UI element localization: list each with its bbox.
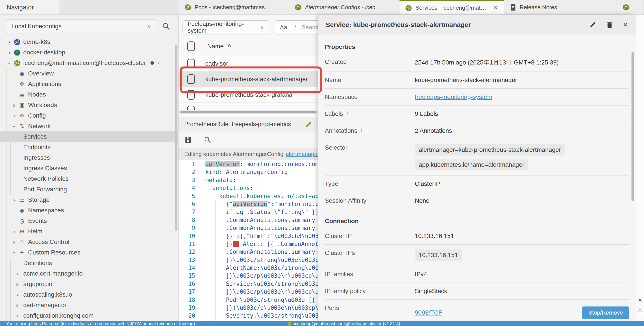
- table-row-kube-prometheus-stack-alertmanager[interactable]: kube-prometheus-stack-alertmanager: [178, 72, 318, 87]
- drawer-row-label: Ports: [325, 304, 415, 321]
- tab-overflow-partial[interactable]: [617, 0, 644, 14]
- row-checkbox[interactable]: [187, 59, 195, 68]
- sidebar-item-services[interactable]: Services: [0, 132, 178, 142]
- namespace-link[interactable]: freeleaps-monitoring-system: [415, 94, 492, 100]
- sidebar-item-helm[interactable]: ›☸Helm: [0, 226, 178, 237]
- sidebar-item-network[interactable]: ›⇅Network: [0, 121, 178, 132]
- delete-trash-icon[interactable]: [606, 21, 613, 28]
- chevron-down-icon[interactable]: ›: [10, 123, 18, 130]
- sidebar-item-autoscaling-k8s-io[interactable]: ›autoscaling.k8s.io: [0, 289, 178, 300]
- sidebar-item-nodes[interactable]: ▤Nodes: [0, 89, 178, 100]
- sidebar-item-configuration-konghq-com[interactable]: ›configuration.konghq.com: [0, 310, 178, 321]
- sidebar-item-events[interactable]: ◷Events: [0, 216, 178, 226]
- sidebar-item-label: Workloads: [28, 102, 57, 108]
- search-input[interactable]: Aa .* Search: [274, 20, 318, 34]
- close-icon[interactable]: ✕: [623, 21, 628, 29]
- navigator-pane-header: Navigator: [0, 0, 59, 14]
- drawer-row-value: freeleaps-monitoring-system: [415, 94, 492, 100]
- active-cluster-status[interactable]: icecheng@mathmast.com@freeleaps-cluster …: [287, 321, 400, 326]
- sidebar-item-argoproj-io[interactable]: ›argoproj.io: [0, 279, 178, 289]
- editor-search-icon[interactable]: [204, 136, 211, 144]
- sidebar-item-custom-resources[interactable]: ›✦Custom Resources: [0, 247, 178, 258]
- editor-banner-link[interactable]: alertmanager: [286, 151, 318, 158]
- edit-pencil-icon[interactable]: [305, 121, 312, 128]
- sidebar-item-applications[interactable]: ❖Applications: [0, 79, 178, 89]
- chevron-right-icon[interactable]: ›: [10, 196, 18, 203]
- tab-Services - icecheng@math...[interactable]: Services - icecheng@math...✕: [400, 0, 504, 14]
- chevron-right-icon[interactable]: ›: [14, 302, 20, 309]
- select-all-checkbox[interactable]: [187, 42, 195, 51]
- sidebar-item-access-control[interactable]: ›♤Access Control: [0, 237, 178, 247]
- sidebar-item-ingress-classes[interactable]: Ingress Classes: [0, 163, 178, 174]
- sort-ascending-icon[interactable]: ^: [228, 43, 231, 50]
- sidebar-item-docker-desktop[interactable]: › docker-desktop: [0, 47, 178, 58]
- sort-toggle-icon[interactable]: ↕: [346, 110, 349, 116]
- sidebar-item-config[interactable]: ›⚙Config: [0, 110, 178, 121]
- save-icon[interactable]: [184, 136, 192, 144]
- port-line: 9093/TCPStop/Remove: [415, 304, 629, 321]
- tab-Pods - icecheng@mathmas...[interactable]: Pods - icecheng@mathmas...: [178, 0, 289, 14]
- chevron-right-icon[interactable]: ›: [10, 239, 18, 246]
- row-checkbox[interactable]: [187, 74, 195, 84]
- regex-toggle[interactable]: .*: [292, 24, 296, 31]
- horizontal-scrollbar-thumb[interactable]: [180, 111, 316, 114]
- chevron-right-icon[interactable]: ›: [10, 228, 18, 235]
- chevron-right-icon[interactable]: ›: [6, 38, 13, 46]
- sidebar-item-storage[interactable]: ›☷Storage: [0, 194, 178, 205]
- tab-Release Notes[interactable]: Release Notes: [504, 0, 617, 14]
- code-line: 20 Severity:\u003c/strong\u003e: [178, 312, 318, 320]
- active-cluster-label: icecheng@mathmast.com@freeleaps-cluster …: [294, 321, 400, 326]
- port-link[interactable]: 9093/TCP: [415, 309, 442, 316]
- sidebar-scrollbar[interactable]: [175, 44, 178, 231]
- chevron-right-icon[interactable]: ›: [14, 312, 20, 319]
- lens-app-window: Navigator Pods - icecheng@mathmas... Ale…: [0, 0, 644, 326]
- drawer-row-value: kube-prometheus-stack-alertmanager: [415, 76, 517, 84]
- yaml-editor[interactable]: 1apiVersion: monitoring.coreos.com/v12ki…: [178, 160, 318, 321]
- sidebar-item-ingresses[interactable]: Ingresses: [0, 152, 178, 163]
- row-checkbox[interactable]: [187, 90, 195, 100]
- sidebar-item-port-forwarding[interactable]: Port Forwarding: [0, 184, 178, 194]
- horizontal-scrollbar[interactable]: [178, 110, 318, 114]
- table-row-cadvisor[interactable]: cadvisor: [178, 56, 318, 72]
- workloads-icon: ▣: [18, 102, 26, 108]
- search-icon[interactable]: [162, 22, 170, 30]
- chevron-right-icon[interactable]: ›: [6, 49, 13, 56]
- resource-dock-tab[interactable]: PrometheusRule: freepeals-prod-metrics: [178, 117, 318, 132]
- sidebar-item-overview[interactable]: ▦Overview: [0, 68, 178, 79]
- row-checkbox[interactable]: [187, 106, 195, 110]
- kubernetes-icon: [623, 4, 629, 10]
- chevron-right-icon[interactable]: ›: [10, 112, 18, 119]
- chevron-down-icon[interactable]: ›: [10, 249, 18, 256]
- chevron-right-icon[interactable]: ›: [14, 281, 20, 288]
- chevron-right-icon[interactable]: ›: [10, 102, 18, 108]
- sidebar-item-endpoints[interactable]: Endpoints: [0, 142, 178, 152]
- sidebar-item-cert-manager-io[interactable]: ›cert-manager.io: [0, 300, 178, 310]
- table-row-kube-prometheus-stack-grafana[interactable]: kube-prometheus-stack-grafana: [178, 87, 318, 103]
- table-row-partial[interactable]: [178, 103, 318, 110]
- sidebar-item-demo-k8s[interactable]: › demo-k8s: [0, 37, 178, 47]
- chevron-right-icon[interactable]: ›: [14, 270, 20, 277]
- sidebar-item-network-policies[interactable]: Network Policies: [0, 174, 178, 184]
- sidebar-item-acme-cert-manager-io[interactable]: ›acme.cert-manager.io: [0, 268, 178, 279]
- sidebar-item-namespaces[interactable]: ◈Namespaces: [0, 205, 178, 216]
- chevron-right-icon[interactable]: ›: [14, 291, 20, 298]
- chevron-right-icon[interactable]: ›: [158, 60, 159, 66]
- close-icon[interactable]: ✕: [637, 297, 643, 304]
- namespace-select[interactable]: freeleaps-monitoring-system ∨: [182, 20, 269, 34]
- match-case-toggle[interactable]: Aa: [280, 24, 287, 31]
- drawer-scrollbar[interactable]: [632, 52, 634, 201]
- tab-Alertmanager Configs - icec...[interactable]: Alertmanager Configs - icec...: [289, 0, 400, 14]
- line-number: 6: [178, 200, 195, 208]
- name-column-header[interactable]: Name: [207, 43, 224, 50]
- sidebar-item-icecheng-mathmast-com-freeleaps-cluster[interactable]: › icecheng@mathmast.com@freeleaps-cluste…: [0, 58, 178, 68]
- kubeconfig-select[interactable]: Local Kubeconfigs ∨: [6, 20, 157, 33]
- sort-toggle-icon[interactable]: ↕: [360, 127, 363, 134]
- sidebar-item-workloads[interactable]: ›▣Workloads: [0, 100, 178, 110]
- stop-remove-button[interactable]: Stop/Remove: [582, 306, 629, 319]
- sidebar-item-definitions[interactable]: Definitions: [0, 258, 178, 268]
- edit-pencil-icon[interactable]: [590, 21, 596, 28]
- tab-close-icon[interactable]: ✕: [493, 4, 498, 11]
- kubernetes-icon: [14, 49, 20, 56]
- warning-icon[interactable]: ⚠: [637, 307, 643, 314]
- chevron-down-icon[interactable]: ›: [6, 60, 13, 66]
